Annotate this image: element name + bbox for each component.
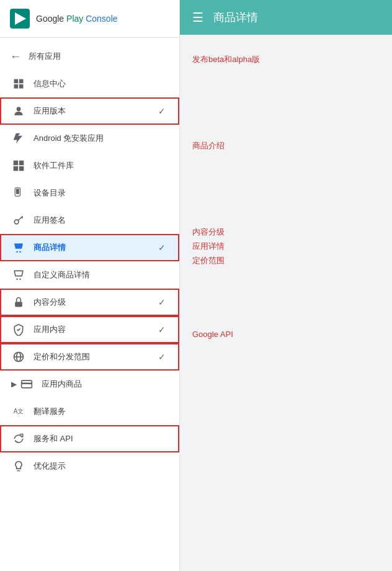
- expand-arrow-icon: ▶: [11, 380, 17, 389]
- svg-line-15: [22, 217, 23, 218]
- svg-rect-7: [14, 161, 19, 166]
- store-icon: [11, 240, 26, 255]
- check-icon: ✓: [156, 296, 168, 308]
- svg-rect-25: [22, 383, 32, 385]
- sidebar: Google Play Console ← 所有应用 信息中心 应用版本 ✓: [0, 0, 180, 571]
- sidebar-item-label: 服务和 API: [33, 433, 168, 444]
- svg-point-18: [16, 278, 18, 280]
- sidebar-item-label: Android 免安装应用: [33, 133, 168, 144]
- svg-rect-9: [14, 166, 19, 171]
- hamburger-icon[interactable]: ☰: [192, 10, 203, 25]
- check-icon: ✓: [156, 351, 168, 363]
- svg-rect-3: [19, 79, 24, 84]
- spacer-3: [192, 266, 380, 328]
- sidebar-item-custom-listing[interactable]: 自定义商品详情: [0, 261, 179, 289]
- refresh-icon: [11, 431, 26, 446]
- main-content: ☰ 商品详情 发布beta和alpha版 商品介绍 内容分级 应用详情 定价范围…: [180, 0, 392, 571]
- svg-text:A文: A文: [14, 408, 24, 415]
- sidebar-item-label: 优化提示: [33, 461, 168, 472]
- console-text: Console: [86, 14, 117, 24]
- lock-icon: [11, 295, 26, 310]
- spacer-1: [192, 65, 380, 140]
- svg-point-19: [19, 278, 21, 280]
- svg-point-13: [14, 220, 19, 224]
- device-icon: [11, 186, 26, 200]
- main-body: 发布beta和alpha版 商品介绍 内容分级 应用详情 定价范围 Google…: [180, 35, 392, 571]
- sidebar-item-label: 应用版本: [33, 106, 156, 117]
- bolt-icon: [11, 131, 26, 146]
- shield-icon: [11, 322, 26, 337]
- sidebar-item-label: 信息中心: [33, 78, 168, 89]
- sidebar-item-info-center[interactable]: 信息中心: [0, 70, 179, 97]
- play-logo-icon: [10, 9, 30, 29]
- sidebar-item-pricing[interactable]: 定价和分发范围 ✓: [0, 343, 179, 371]
- sidebar-item-app-signing[interactable]: 应用签名: [0, 207, 179, 234]
- store2-icon: [11, 268, 26, 282]
- back-button[interactable]: ← 所有应用: [0, 43, 179, 70]
- page-title: 商品详情: [213, 10, 258, 25]
- back-label: 所有应用: [29, 51, 61, 62]
- sidebar-item-services-api[interactable]: 服务和 API: [0, 425, 179, 452]
- sidebar-item-label: 应用内商品: [42, 379, 168, 390]
- svg-rect-10: [19, 166, 24, 171]
- google-api-section: Google API: [192, 328, 380, 339]
- svg-rect-2: [14, 79, 19, 84]
- svg-point-6: [17, 107, 21, 111]
- sidebar-item-software-library[interactable]: 软件工件库: [0, 152, 179, 179]
- check-icon: ✓: [156, 105, 168, 117]
- back-arrow-icon: ←: [10, 50, 21, 63]
- svg-point-16: [16, 251, 18, 253]
- sidebar-item-label: 内容分级: [33, 297, 156, 308]
- sidebar-item-store-listing[interactable]: 商品详情 ✓: [0, 234, 179, 261]
- translate-icon: A文: [11, 404, 26, 419]
- sidebar-item-label: 商品详情: [33, 242, 156, 253]
- sidebar-item-optimization[interactable]: 优化提示: [0, 452, 179, 480]
- svg-rect-12: [16, 189, 19, 194]
- google-text: Google: [36, 14, 64, 24]
- sidebar-item-content-rating[interactable]: 内容分级 ✓: [0, 289, 179, 316]
- globe-icon: [11, 349, 26, 364]
- person-icon: [11, 104, 26, 119]
- sidebar-item-label: 软件工件库: [33, 160, 168, 171]
- sidebar-item-label: 设备目录: [33, 187, 168, 199]
- svg-rect-8: [19, 161, 24, 166]
- main-header: ☰ 商品详情: [180, 0, 392, 35]
- svg-rect-4: [14, 84, 19, 89]
- sidebar-item-label: 应用内容: [33, 324, 156, 335]
- check-icon: ✓: [156, 241, 168, 254]
- header-brand: Google Play Console: [36, 14, 118, 24]
- spacer-2: [192, 151, 380, 226]
- svg-rect-5: [19, 84, 24, 89]
- sidebar-nav: ← 所有应用 信息中心 应用版本 ✓ Android 免安装应用: [0, 38, 179, 571]
- grid2-icon: [11, 158, 26, 173]
- sidebar-item-app-version[interactable]: 应用版本 ✓: [0, 97, 179, 125]
- card-icon: [19, 377, 34, 392]
- sidebar-item-label: 自定义商品详情: [33, 269, 168, 281]
- google-api-label: Google API: [192, 325, 233, 344]
- sidebar-item-translate[interactable]: A文 翻译服务: [0, 398, 179, 425]
- sidebar-item-label: 应用签名: [33, 215, 168, 226]
- play-text: Play: [66, 14, 83, 24]
- sidebar-item-device-catalog[interactable]: 设备目录: [0, 179, 179, 207]
- sidebar-item-android-instant[interactable]: Android 免安装应用: [0, 125, 179, 152]
- sidebar-item-in-app-products[interactable]: ▶ 应用内商品: [0, 371, 179, 398]
- svg-rect-20: [15, 302, 22, 307]
- store-intro-section: 商品介绍: [192, 140, 380, 151]
- key-icon: [11, 213, 26, 228]
- sidebar-item-label: 定价和分发范围: [33, 351, 156, 362]
- sidebar-item-app-content[interactable]: 应用内容 ✓: [0, 316, 179, 343]
- pricing-section: 定价范围: [192, 254, 380, 266]
- bulb-icon: [11, 459, 26, 474]
- svg-point-17: [19, 251, 21, 253]
- grid-icon: [11, 76, 26, 91]
- sidebar-item-label: 翻译服务: [33, 406, 168, 417]
- check-icon: ✓: [156, 323, 168, 336]
- beta-alpha-section: 发布beta和alpha版: [192, 53, 380, 65]
- sidebar-header: Google Play Console: [0, 0, 179, 38]
